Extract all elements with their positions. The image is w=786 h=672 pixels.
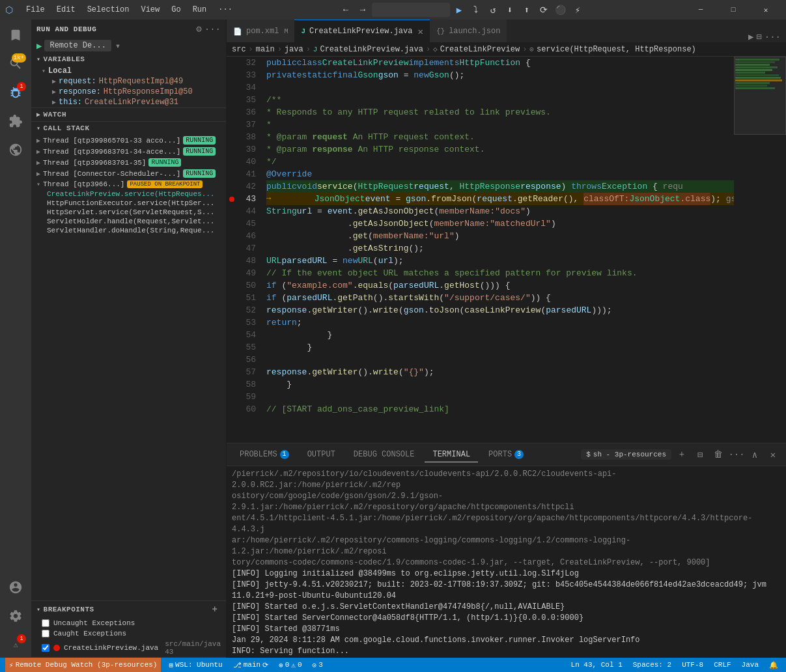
bp-file-checkbox[interactable] xyxy=(42,644,49,652)
activity-explorer[interactable] xyxy=(3,22,29,48)
call-stack-header[interactable]: ▾ CALL STACK xyxy=(31,122,226,135)
bp-uncaught-checkbox[interactable] xyxy=(42,619,49,627)
menu-edit[interactable]: Edit xyxy=(51,4,81,16)
bp-uncaught[interactable]: Uncaught Exceptions xyxy=(31,618,226,628)
search-input[interactable] xyxy=(372,3,450,17)
debug-play-btn[interactable]: ▶ xyxy=(451,2,467,18)
breadcrumb-main[interactable]: main xyxy=(256,45,275,54)
thread-3[interactable]: ▶ Thread [Connector-Scheduler-...] RUNNI… xyxy=(31,168,226,179)
debug-back-btn[interactable]: ← xyxy=(338,2,354,18)
bp-caught-checkbox[interactable] xyxy=(42,630,49,637)
code-editor[interactable]: 32 33 34 35 36 37 38 39 40 41 42 43 44 4… xyxy=(227,57,734,443)
terminal-content[interactable]: /pierrick/.m2/repository/io/cloudevents/… xyxy=(227,466,786,658)
var-request[interactable]: ▶ request: HttpRequestImpl@49 xyxy=(31,76,226,87)
var-this[interactable]: ▶ this: CreateLinkPreview@31 xyxy=(31,97,226,107)
status-debug[interactable]: ⚡ Remote Debug Watch (3p-resources) xyxy=(5,658,161,672)
thread-1[interactable]: ▶ Thread [qtp399683701-34-acce...] RUNNI… xyxy=(31,146,226,157)
activity-extensions[interactable] xyxy=(3,108,29,134)
activity-remote[interactable] xyxy=(3,137,29,163)
variables-local-header[interactable]: ▾ Local xyxy=(31,66,226,76)
maximize-btn[interactable]: □ xyxy=(718,0,748,20)
tab-pom[interactable]: 📄 pom.xml M xyxy=(227,20,294,42)
debug-forward-btn[interactable]: → xyxy=(355,2,371,18)
sidebar-settings-btn[interactable]: ⚙ xyxy=(196,23,201,35)
status-branch[interactable]: ⎇ main ⟳ xyxy=(231,661,271,669)
breakpoints-header[interactable]: ▾ BREAKPOINTS + xyxy=(31,601,226,618)
frame-3[interactable]: ServletHolder.handle(Request,Servlet... xyxy=(31,217,226,226)
editor-run-btn[interactable]: ▶ xyxy=(748,31,753,42)
status-notifications[interactable]: 🔔 xyxy=(766,661,781,669)
thread-2[interactable]: ▶ Thread [qtp399683701-35] RUNNING xyxy=(31,157,226,168)
run-config-select[interactable]: Remote De... xyxy=(44,40,111,51)
status-ports[interactable]: ⊙ 3 xyxy=(310,661,326,669)
tab-launch[interactable]: {} launch.json xyxy=(430,20,507,42)
breadcrumb-file[interactable]: CreateLinkPreview.java xyxy=(320,45,423,54)
panel-split-btn[interactable]: ⊟ xyxy=(692,447,708,462)
minimize-btn[interactable]: ─ xyxy=(686,0,716,20)
status-line-ending[interactable]: CRLF xyxy=(711,661,733,669)
editor-more-btn[interactable]: ··· xyxy=(765,32,781,42)
debug-lightning-btn[interactable]: ⚡ xyxy=(570,2,585,18)
var-response[interactable]: ▶ response: HttpResponseImpl@50 xyxy=(31,87,226,97)
panel-up-btn[interactable]: ∧ xyxy=(747,447,763,462)
debug-reload-btn[interactable]: ↺ xyxy=(485,2,501,18)
run-play-btn[interactable]: ▶ xyxy=(36,40,42,51)
bp-caught[interactable]: Caught Exceptions xyxy=(31,628,226,639)
editor-split-btn[interactable]: ⊟ xyxy=(756,31,761,42)
tab-terminal[interactable]: TERMINAL xyxy=(425,447,478,462)
tab-output[interactable]: OUTPUT xyxy=(300,447,343,462)
menu-view[interactable]: View xyxy=(135,4,165,16)
status-errors[interactable]: ⊗ 0 ⚠ 0 xyxy=(276,661,304,669)
breadcrumb-java[interactable]: java xyxy=(285,45,303,54)
status-position[interactable]: Ln 43, Col 1 xyxy=(568,661,625,669)
tab-debug-console[interactable]: DEBUG CONSOLE xyxy=(346,447,423,462)
tab-main[interactable]: J CreateLinkPreview.java ✕ xyxy=(294,20,429,42)
thread-0[interactable]: ▶ Thread [qtp399865701-33 acco...] RUNNI… xyxy=(31,135,226,146)
frame-2[interactable]: HttpServlet.service(ServletRequest,S... xyxy=(31,208,226,217)
activity-debug[interactable]: 1 xyxy=(3,79,29,105)
breadcrumb-method[interactable]: service(HttpRequest, HttpResponse) xyxy=(537,45,696,54)
tab-main-close[interactable]: ✕ xyxy=(417,26,423,37)
panel-close-btn[interactable]: ✕ xyxy=(765,447,781,462)
panel-add-btn[interactable]: + xyxy=(674,447,690,462)
menu-more[interactable]: ··· xyxy=(213,4,238,16)
tab-ports[interactable]: PORTS 3 xyxy=(481,447,531,462)
status-language[interactable]: Java xyxy=(739,661,761,669)
breadcrumb-class[interactable]: CreateLinkPreview xyxy=(440,45,520,54)
frame-1[interactable]: HttpFunctionExecutor.service(HttpSer... xyxy=(31,199,226,208)
activity-settings[interactable] xyxy=(3,603,29,629)
menu-go[interactable]: Go xyxy=(166,4,186,16)
debug-restart-btn[interactable]: ⟳ xyxy=(536,2,552,18)
activity-notifications[interactable]: ⚠ 1 xyxy=(3,632,29,658)
activity-search[interactable]: 1k+ xyxy=(3,51,29,77)
tab-problems[interactable]: PROBLEMS 1 xyxy=(232,447,297,462)
debug-step-out-btn[interactable]: ⬆ xyxy=(519,2,535,18)
activity-account[interactable] xyxy=(3,574,29,600)
status-wsl[interactable]: ⊞ WSL: Ubuntu xyxy=(166,661,225,669)
frame-4[interactable]: ServletHandler.doHandle(String,Reque... xyxy=(31,226,226,235)
debug-step-into-btn[interactable]: ⬇ xyxy=(502,2,518,18)
run-config-dropdown[interactable]: ▾ xyxy=(115,40,120,51)
bp-file[interactable]: CreateLinkPreview.java src/main/java 43 xyxy=(31,639,226,657)
variables-header[interactable]: ▾ VARIABLES xyxy=(31,53,226,66)
debug-dot-btn[interactable]: ⚫ xyxy=(553,2,568,18)
panel-more-btn[interactable]: ··· xyxy=(729,447,744,462)
frame-0[interactable]: CreateLinkPreview.service(HttpReques... xyxy=(31,189,226,199)
add-breakpoint-btn[interactable]: + xyxy=(209,604,221,615)
status-encoding[interactable]: UTF-8 xyxy=(679,661,706,669)
panel-trash-btn[interactable]: 🗑 xyxy=(710,447,726,462)
menu-run[interactable]: Run xyxy=(188,4,212,16)
gutter-43[interactable] xyxy=(227,193,237,205)
status-spaces[interactable]: Spaces: 2 xyxy=(630,661,674,669)
sidebar-more-btn[interactable]: ··· xyxy=(204,24,221,35)
menu-selection[interactable]: Selection xyxy=(82,4,135,16)
terminal-session-btn[interactable]: $ sh - 3p-resources xyxy=(581,449,671,460)
window-controls: ─ □ ✕ xyxy=(686,0,781,20)
breadcrumb-src[interactable]: src xyxy=(232,45,246,54)
close-btn[interactable]: ✕ xyxy=(751,0,781,20)
menu-file[interactable]: File xyxy=(21,4,50,16)
thread-4-header[interactable]: ▾ Thread [qtp3966...] PAUSED ON BREAKPOI… xyxy=(31,179,226,189)
debug-step-over-btn[interactable]: ⤵ xyxy=(468,2,484,18)
watch-header[interactable]: ▶ WATCH xyxy=(31,108,226,121)
code-lines[interactable]: public class CreateLinkPreview implement… xyxy=(266,57,734,443)
